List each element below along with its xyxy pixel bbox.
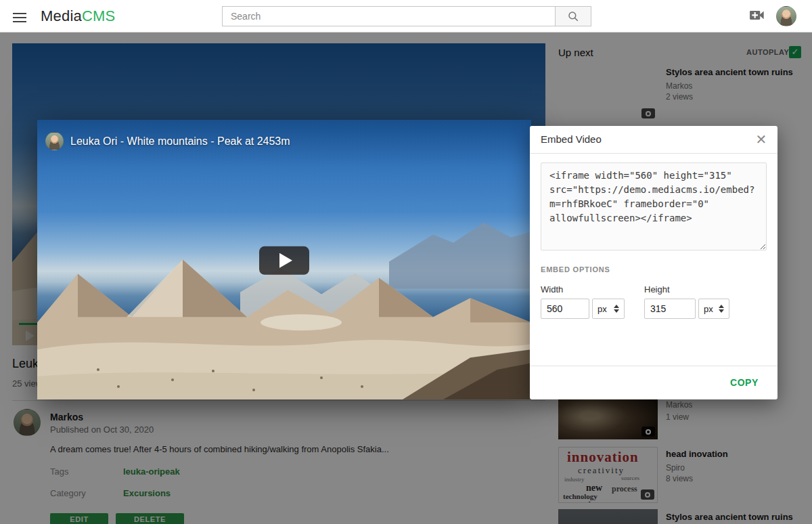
header: MediaCMS [0,0,812,32]
search-input[interactable] [222,6,555,26]
modal-footer: COPY [530,366,777,399]
user-avatar[interactable] [776,6,796,26]
play-icon [279,253,292,267]
embed-code-textarea[interactable]: <iframe width="560" height="315" src="ht… [541,162,767,250]
height-input[interactable] [644,299,696,319]
height-unit-select[interactable]: px [698,299,729,319]
height-unit-value: px [704,304,713,314]
logo[interactable]: MediaCMS [41,7,115,25]
close-icon[interactable]: ✕ [754,132,769,147]
player-author-avatar[interactable] [45,132,64,150]
width-unit-value: px [597,304,607,314]
copy-button[interactable]: COPY [730,377,759,388]
embed-video-modal: Embed Video ✕ <iframe width="560" height… [530,126,777,399]
width-input[interactable] [541,299,589,319]
logo-media: Media [41,7,82,24]
logo-cms: CMS [82,7,116,24]
height-label: Height [644,284,670,294]
spinner-arrows-icon [719,305,724,313]
big-play-button[interactable] [259,246,309,274]
width-unit-select[interactable]: px [592,299,625,319]
videocam-plus-icon [749,9,767,24]
video-player[interactable]: Leuka Ori - White mountains - Peak at 24… [37,120,531,399]
divider [530,153,777,154]
upload-video-icon[interactable] [749,9,767,24]
player-video-title: Leuka Ori - White mountains - Peak at 24… [70,135,290,148]
embed-options-label: EMBED OPTIONS [541,265,610,274]
modal-title: Embed Video [541,133,602,145]
menu-icon[interactable] [13,10,26,22]
width-label: Width [541,284,563,294]
search-button[interactable] [555,6,591,26]
search-bar [222,6,591,26]
page: MediaCMS Leuka Ori - White mountains - P… [0,0,812,524]
spinner-arrows-icon [614,305,619,313]
search-icon [567,10,579,22]
